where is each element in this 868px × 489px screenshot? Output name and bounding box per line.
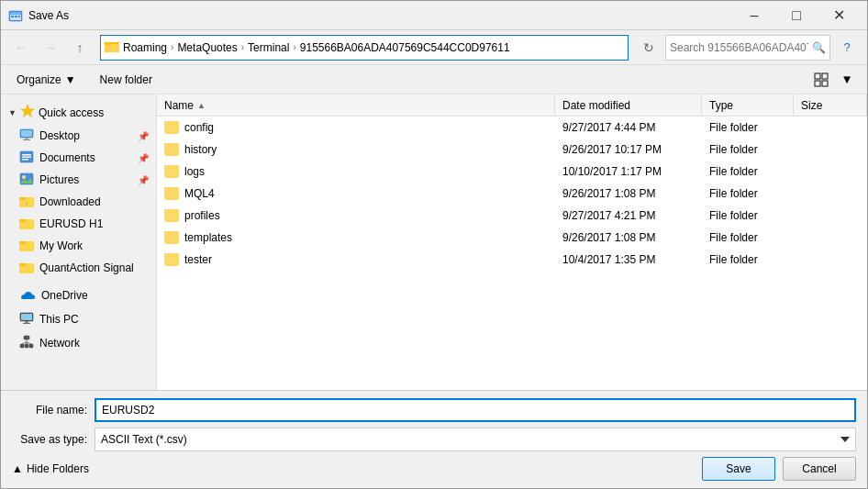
filetype-row: Save as type: ASCII Text (*.csv)CSV (*.c… [12, 428, 856, 451]
quantaction-icon [19, 261, 34, 276]
hide-folders-button[interactable]: ▲ Hide Folders [12, 462, 89, 475]
folder-icon [164, 143, 179, 156]
close-button[interactable]: ✕ [818, 1, 860, 30]
table-row[interactable]: config 9/27/2017 4:44 PM File folder [157, 117, 867, 139]
file-list: Name ▲ Date modified Type Size config [157, 94, 867, 390]
sidebar-item-onedrive[interactable]: OneDrive [1, 284, 156, 306]
breadcrumb-metaquotes[interactable]: MetaQuotes [177, 41, 237, 54]
col-header-date[interactable]: Date modified [555, 94, 702, 116]
svg-text:↓: ↓ [25, 199, 28, 206]
table-row[interactable]: logs 10/10/2017 1:17 PM File folder [157, 161, 867, 183]
svg-rect-4 [15, 16, 17, 17]
quick-access-icon [20, 104, 35, 121]
col-header-name[interactable]: Name ▲ [157, 94, 555, 116]
pin-icon-desktop: 📌 [138, 131, 149, 141]
file-cell-type: File folder [702, 253, 794, 266]
sidebar-item-label-thispc: This PC [39, 313, 79, 326]
sidebar-section-quick-access[interactable]: ▼ Quick access [1, 98, 156, 125]
sidebar-item-quantaction[interactable]: QuantAction Signal [1, 257, 156, 279]
sidebar-item-mywork[interactable]: My Work [1, 235, 156, 257]
filetype-select[interactable]: ASCII Text (*.csv)CSV (*.csv)Text (*.txt… [95, 428, 856, 451]
breadcrumb-terminal[interactable]: Terminal [248, 41, 289, 54]
filename-input[interactable] [95, 398, 856, 422]
folder-icon [164, 253, 179, 266]
main-content: ▼ Quick access De [1, 94, 867, 390]
breadcrumb-id[interactable]: 915566BA06ADA407569C544CC0D97611 [300, 41, 510, 54]
cancel-button[interactable]: Cancel [783, 457, 856, 481]
sidebar-item-network[interactable]: Network [1, 332, 156, 354]
maximize-button[interactable]: □ [775, 1, 818, 30]
svg-rect-19 [22, 154, 31, 156]
sidebar-item-eurusd[interactable]: EURUSD H1 [1, 213, 156, 235]
new-folder-button[interactable]: New folder [92, 69, 161, 91]
sidebar-item-label-pictures: Pictures [39, 173, 79, 186]
svg-rect-17 [23, 139, 30, 140]
filename-input-wrap [95, 398, 856, 422]
mywork-icon [19, 239, 34, 254]
sidebar-item-label-onedrive: OneDrive [41, 289, 88, 302]
title-bar: Save As – □ ✕ [1, 1, 867, 30]
sidebar-item-label-desktop: Desktop [39, 129, 80, 142]
file-cell-name: history [157, 143, 555, 156]
svg-rect-41 [25, 344, 28, 348]
col-header-type[interactable]: Type [702, 94, 794, 116]
file-cell-name: tester [157, 253, 555, 266]
dropdown-arrow-icon: ▼ [65, 73, 76, 86]
file-cell-name: profiles [157, 209, 555, 222]
sidebar-item-downloaded[interactable]: ↓ Downloaded [1, 191, 156, 213]
file-cell-date: 10/4/2017 1:35 PM [555, 253, 702, 266]
refresh-button[interactable]: ↻ [636, 35, 662, 61]
minimize-button[interactable]: – [733, 1, 775, 30]
file-list-header: Name ▲ Date modified Type Size [157, 94, 867, 117]
save-as-dialog: Save As – □ ✕ ← → ↑ Roaming › MetaQuotes… [0, 0, 868, 489]
table-row[interactable]: templates 9/26/2017 1:08 PM File folder [157, 227, 867, 249]
svg-rect-7 [105, 44, 119, 52]
sidebar-item-pictures[interactable]: Pictures 📌 [1, 169, 156, 191]
address-bar[interactable]: Roaming › MetaQuotes › Terminal › 915566… [100, 35, 629, 61]
pin-icon-pictures: 📌 [138, 175, 149, 185]
svg-rect-37 [23, 323, 30, 324]
svg-marker-13 [21, 105, 34, 117]
svg-point-23 [22, 175, 26, 179]
file-cell-date: 9/26/2017 1:08 PM [555, 231, 702, 244]
filename-label: File name: [12, 404, 95, 417]
view-dropdown-button[interactable]: ▼ [834, 69, 860, 91]
table-row[interactable]: profiles 9/27/2017 4:21 PM File folder [157, 205, 867, 227]
file-cell-type: File folder [702, 209, 794, 222]
svg-rect-9 [815, 73, 820, 79]
forward-button[interactable]: → [38, 35, 63, 61]
back-button[interactable]: ← [8, 35, 34, 61]
file-cell-date: 10/10/2017 1:17 PM [555, 165, 702, 178]
svg-rect-5 [18, 16, 20, 17]
table-row[interactable]: tester 10/4/2017 1:35 PM File folder [157, 249, 867, 271]
window-controls: – □ ✕ [733, 1, 860, 30]
sidebar-item-thispc[interactable]: This PC [1, 308, 156, 330]
sidebar-item-desktop[interactable]: Desktop 📌 [1, 125, 156, 147]
folder-icon [164, 121, 179, 134]
table-row[interactable]: MQL4 9/26/2017 1:08 PM File folder [157, 183, 867, 205]
button-row: ▲ Hide Folders Save Cancel [12, 457, 856, 481]
organize-button[interactable]: Organize ▼ [8, 69, 84, 91]
svg-rect-39 [20, 344, 24, 348]
search-icon: 🔍 [812, 41, 826, 54]
view-toggle-button[interactable] [808, 69, 834, 91]
file-cell-type: File folder [702, 165, 794, 178]
help-button[interactable]: ? [834, 35, 860, 61]
svg-line-44 [27, 342, 31, 344]
pin-icon-documents: 📌 [138, 153, 149, 163]
up-button[interactable]: ↑ [67, 35, 93, 61]
save-button[interactable]: Save [702, 457, 775, 481]
search-box[interactable]: 🔍 [665, 35, 830, 61]
table-row[interactable]: history 9/26/2017 10:17 PM File folder [157, 139, 867, 161]
search-input[interactable] [670, 41, 808, 54]
col-header-size[interactable]: Size [794, 94, 867, 116]
svg-rect-12 [822, 81, 828, 86]
sidebar-item-label-quantaction: QuantAction Signal [39, 261, 134, 274]
breadcrumb-roaming[interactable]: Roaming [123, 41, 167, 54]
nav-toolbar: ← → ↑ Roaming › MetaQuotes › Terminal › … [1, 30, 867, 65]
svg-rect-35 [21, 314, 32, 320]
bottom-bar: File name: Save as type: ASCII Text (*.c… [1, 390, 867, 488]
sidebar-item-documents[interactable]: Documents 📌 [1, 147, 156, 169]
file-cell-name: MQL4 [157, 187, 555, 200]
filetype-select-wrap: ASCII Text (*.csv)CSV (*.csv)Text (*.txt… [95, 428, 856, 451]
